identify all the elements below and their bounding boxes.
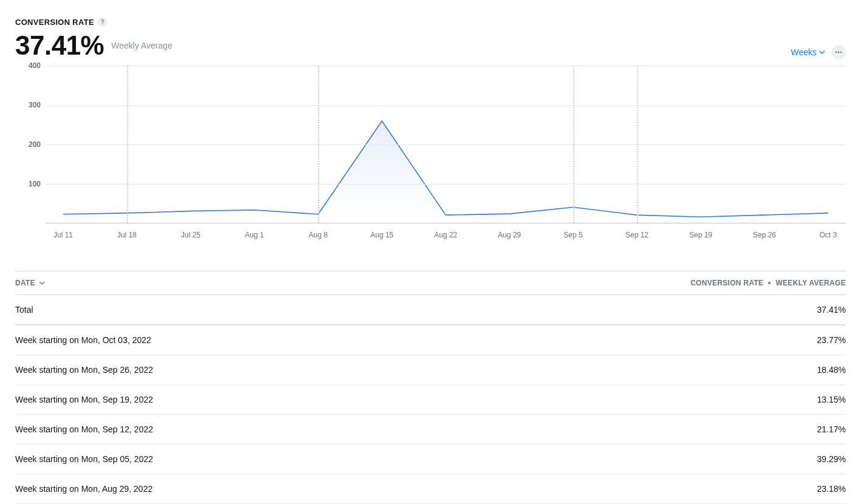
chart-x-tick: Sep 5 <box>563 231 582 239</box>
chart-x-tick: Aug 29 <box>498 231 521 239</box>
chart-x-tick: Jul 11 <box>53 231 73 239</box>
chevron-down-icon <box>819 49 825 55</box>
table-row: Week starting on Mon, Aug 29, 202223.18% <box>15 474 846 504</box>
table-row-label: Week starting on Mon, Oct 03, 2022 <box>15 335 151 345</box>
chart-x-tick: Sep 26 <box>753 231 776 239</box>
svg-point-2 <box>840 52 842 53</box>
svg-point-0 <box>835 52 837 53</box>
table-row-total: Total 37.41% <box>15 295 846 325</box>
table-row: Week starting on Mon, Sep 19, 202213.15% <box>15 385 846 415</box>
separator-dot-icon <box>768 282 771 284</box>
chart-event-marker <box>318 66 319 223</box>
table-row-value: 21.17% <box>817 424 846 434</box>
chart-event-marker <box>637 66 638 223</box>
chart-y-tick: 100 <box>29 180 41 188</box>
chart-x-tick: Sep 19 <box>689 231 712 239</box>
chart-x-tick: Jul 18 <box>117 231 137 239</box>
value-column-metric: CONVERSION RATE <box>690 279 763 287</box>
table-row: Week starting on Mon, Oct 03, 202223.77% <box>15 325 846 355</box>
table-row: Week starting on Mon, Sep 26, 202218.48% <box>15 355 846 385</box>
ellipsis-icon <box>834 48 843 56</box>
table-row-label: Week starting on Mon, Sep 05, 2022 <box>15 454 153 464</box>
table-row-value: 37.41% <box>817 305 846 315</box>
chart-y-tick: 200 <box>29 140 41 149</box>
table-row-value: 23.77% <box>817 335 846 345</box>
chart-x-tick: Aug 8 <box>308 231 327 239</box>
conversion-table: DATE CONVERSION RATE WEEKLY AVERAGE Tota… <box>15 271 846 504</box>
chart-x-tick: Aug 22 <box>434 231 457 239</box>
table-row-label: Total <box>15 305 33 315</box>
chart-x-tick: Oct 3 <box>820 231 837 239</box>
table-row-label: Week starting on Mon, Sep 12, 2022 <box>15 424 153 434</box>
table-row-label: Week starting on Mon, Aug 29, 2022 <box>15 484 152 494</box>
chart-event-marker <box>127 66 128 223</box>
table-row-label: Week starting on Mon, Sep 19, 2022 <box>15 395 153 404</box>
chart-line <box>63 121 828 217</box>
conversion-rate-chart: 100200300400 Jul 11Jul 18Jul 25Aug 1Aug … <box>15 66 846 242</box>
svg-point-1 <box>838 52 840 53</box>
date-column-header[interactable]: DATE <box>15 279 45 287</box>
chart-x-tick: Jul 25 <box>181 231 200 239</box>
metric-title: CONVERSION RATE <box>15 18 94 27</box>
more-menu-button[interactable] <box>831 45 846 60</box>
sort-chevron-down-icon <box>39 280 45 286</box>
date-column-label: DATE <box>15 279 35 287</box>
table-row: Week starting on Mon, Sep 12, 202221.17% <box>15 415 846 444</box>
table-row-value: 18.48% <box>817 365 846 375</box>
chart-x-tick: Aug 1 <box>245 231 264 239</box>
table-row-label: Week starting on Mon, Sep 26, 2022 <box>15 365 153 375</box>
metric-value: 37.41% <box>15 30 104 61</box>
granularity-dropdown[interactable]: Weeks <box>791 47 825 57</box>
help-icon[interactable]: ? <box>98 17 107 27</box>
metric-subtitle: Weekly Average <box>111 41 172 50</box>
chart-area <box>63 121 828 223</box>
chart-y-tick: 400 <box>29 61 41 70</box>
value-column-agg: WEEKLY AVERAGE <box>775 279 846 287</box>
chart-x-tick: Sep 12 <box>625 231 648 239</box>
chart-y-tick: 300 <box>29 101 41 109</box>
chart-event-marker <box>573 66 574 223</box>
chart-gridline <box>46 106 846 106</box>
table-row-value: 39.29% <box>817 454 846 464</box>
table-row: Week starting on Mon, Sep 05, 202239.29% <box>15 444 846 474</box>
chart-gridline <box>46 145 846 145</box>
table-row-value: 13.15% <box>817 395 846 404</box>
table-row-value: 23.18% <box>817 484 846 494</box>
chart-gridline <box>46 184 846 185</box>
value-column-header: CONVERSION RATE WEEKLY AVERAGE <box>690 279 846 287</box>
chart-x-tick: Aug 15 <box>370 231 393 239</box>
granularity-dropdown-label: Weeks <box>791 47 817 57</box>
